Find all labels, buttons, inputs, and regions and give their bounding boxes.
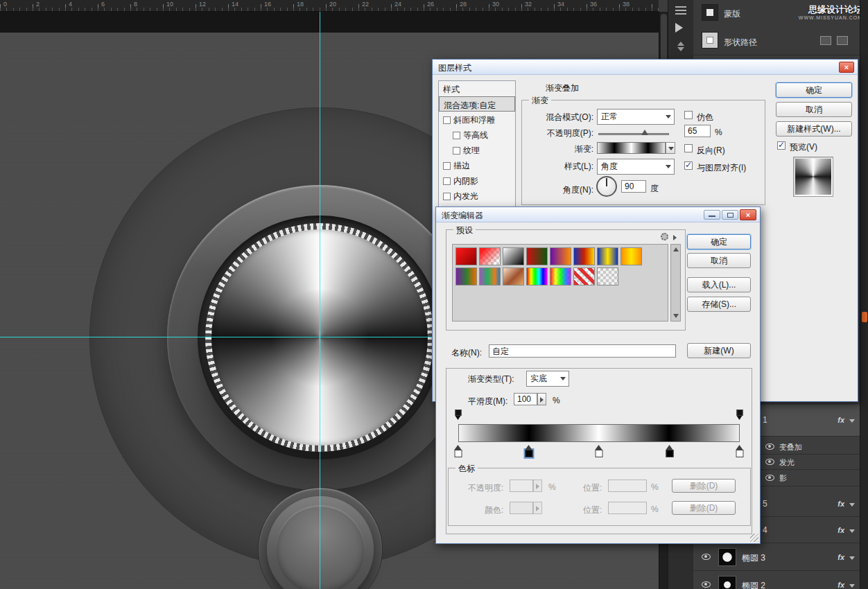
gradient-preset-swatch[interactable]: [479, 267, 501, 285]
layer-row[interactable]: 椭圆 2 fx: [693, 571, 860, 589]
opacity-slider-thumb[interactable]: [641, 130, 648, 135]
mask-panel-icon[interactable]: [702, 4, 718, 21]
checkbox[interactable]: [453, 132, 460, 139]
reverse-checkbox[interactable]: [684, 144, 693, 152]
styles-list-item-styles[interactable]: 样式: [439, 81, 515, 96]
gradient-preset-swatch[interactable]: [550, 267, 571, 285]
gradient-preset-swatch[interactable]: [597, 267, 618, 285]
resize-grip[interactable]: [750, 534, 758, 542]
opacity-slider[interactable]: [598, 133, 669, 135]
shape-path-icon[interactable]: [702, 32, 718, 49]
color-stop[interactable]: [666, 450, 673, 457]
new-button[interactable]: 新建(W): [687, 343, 751, 358]
gradient-preset-swatch[interactable]: [550, 247, 571, 265]
dock-list-icon[interactable]: [675, 5, 686, 15]
styles-list-item-contour[interactable]: 等高线: [439, 127, 515, 142]
angle-input[interactable]: 90: [621, 180, 646, 193]
layer-thumbnail[interactable]: [718, 576, 736, 589]
link-path-icon[interactable]: [820, 36, 831, 45]
gradient-strip-frame[interactable]: [597, 142, 666, 154]
checkbox[interactable]: [453, 147, 460, 155]
fx-collapse-icon[interactable]: [849, 529, 855, 533]
dock-updown-icon[interactable]: [675, 42, 686, 51]
gradient-preset-swatch[interactable]: [526, 247, 548, 265]
gradient-preset-swatch[interactable]: [597, 247, 618, 265]
type-select[interactable]: 实底: [526, 371, 569, 387]
ok-button[interactable]: 确定: [687, 234, 751, 249]
fx-collapse-icon[interactable]: [849, 584, 855, 588]
gradient-bar[interactable]: [458, 424, 740, 442]
color-stop[interactable]: [525, 450, 532, 457]
styles-list-item-bevel[interactable]: 斜面和浮雕: [439, 112, 515, 127]
gradient-preset-swatch[interactable]: [503, 267, 524, 285]
fx-badge[interactable]: fx: [837, 500, 844, 508]
checkbox[interactable]: [443, 193, 451, 200]
smoothness-spinner[interactable]: [537, 393, 546, 405]
fx-badge[interactable]: fx: [837, 416, 844, 424]
load-button[interactable]: 载入(L)...: [687, 277, 751, 292]
fx-collapse-icon[interactable]: [849, 503, 855, 507]
styles-list-item-texture[interactable]: 纹理: [439, 142, 515, 157]
save-button[interactable]: 存储(S)...: [687, 297, 751, 312]
layer-thumbnail[interactable]: [718, 548, 736, 566]
angle-dial[interactable]: [596, 176, 617, 197]
checkbox[interactable]: [443, 116, 451, 124]
new-style-button[interactable]: 新建样式(W)...: [776, 121, 852, 137]
dither-checkbox[interactable]: [684, 111, 693, 119]
blend-mode-select[interactable]: 正常: [597, 109, 675, 125]
fx-collapse-icon[interactable]: [849, 419, 855, 423]
styles-list-item-inner-shadow[interactable]: 内阴影: [439, 173, 515, 188]
opacity-stop[interactable]: [455, 410, 462, 416]
close-icon[interactable]: ×: [740, 209, 756, 220]
gear-icon[interactable]: [661, 233, 668, 240]
eye-icon[interactable]: [702, 554, 711, 560]
layer-row[interactable]: 椭圆 3 fx: [693, 543, 860, 571]
eye-icon[interactable]: [765, 459, 774, 465]
orange-marker[interactable]: [862, 312, 867, 322]
eye-icon[interactable]: [702, 581, 711, 588]
smoothness-input[interactable]: 100: [514, 393, 537, 405]
path-options-icon[interactable]: [837, 36, 848, 45]
gradient-preset-swatch[interactable]: [479, 247, 501, 265]
name-input[interactable]: 自定: [489, 344, 676, 358]
gradient-preset-swatch[interactable]: [526, 267, 548, 285]
minimize-icon[interactable]: [704, 210, 720, 220]
align-checkbox[interactable]: ✓: [684, 161, 693, 170]
gradient-preset-swatch[interactable]: [620, 247, 642, 265]
layer-style-titlebar[interactable]: 图层样式 ×: [433, 60, 858, 75]
ok-button[interactable]: 确定: [776, 82, 852, 98]
mask-panel-label[interactable]: 蒙版: [724, 8, 740, 20]
eye-icon[interactable]: [765, 443, 774, 450]
vertical-guide[interactable]: [320, 12, 320, 589]
eye-icon[interactable]: [765, 475, 774, 481]
fx-badge[interactable]: fx: [837, 553, 844, 561]
horizontal-ruler[interactable]: 0 2 4 6 8 10 12 14 16 18 20 22 24 26 28 …: [0, 0, 659, 12]
color-stop[interactable]: [455, 450, 462, 457]
checkbox[interactable]: [443, 162, 451, 170]
gradient-preset-swatch[interactable]: [455, 267, 477, 285]
fx-badge[interactable]: fx: [837, 526, 844, 534]
styles-list-item-inner-glow[interactable]: 内发光: [439, 188, 515, 203]
gradient-editor-titlebar[interactable]: 渐变编辑器 ×: [436, 207, 760, 222]
cancel-button[interactable]: 取消: [776, 102, 852, 117]
preview-checkbox[interactable]: ✓: [777, 141, 785, 150]
fx-collapse-icon[interactable]: [849, 556, 855, 560]
opacity-stop[interactable]: [737, 410, 743, 416]
checkbox[interactable]: [443, 177, 451, 185]
fx-badge[interactable]: fx: [837, 581, 844, 589]
chevron-icon[interactable]: [673, 235, 677, 240]
restore-icon[interactable]: [722, 210, 738, 220]
styles-list-item-stroke[interactable]: 描边: [439, 157, 515, 173]
styles-list-item-blending[interactable]: 混合选项:自定: [439, 96, 515, 112]
color-stop[interactable]: [736, 450, 744, 457]
style-select[interactable]: 角度: [597, 159, 675, 175]
gradient-preset-swatch[interactable]: [455, 247, 477, 265]
opacity-input[interactable]: 65: [684, 125, 711, 137]
gradient-picker-arrow[interactable]: [666, 142, 675, 154]
color-stop[interactable]: [596, 450, 603, 457]
gradient-preset-swatch[interactable]: [503, 247, 524, 265]
presets-scrollbar[interactable]: [670, 244, 681, 322]
cancel-button[interactable]: 取消: [687, 253, 751, 268]
gradient-preset-swatch[interactable]: [573, 267, 595, 285]
dock-play-icon[interactable]: [675, 23, 683, 33]
